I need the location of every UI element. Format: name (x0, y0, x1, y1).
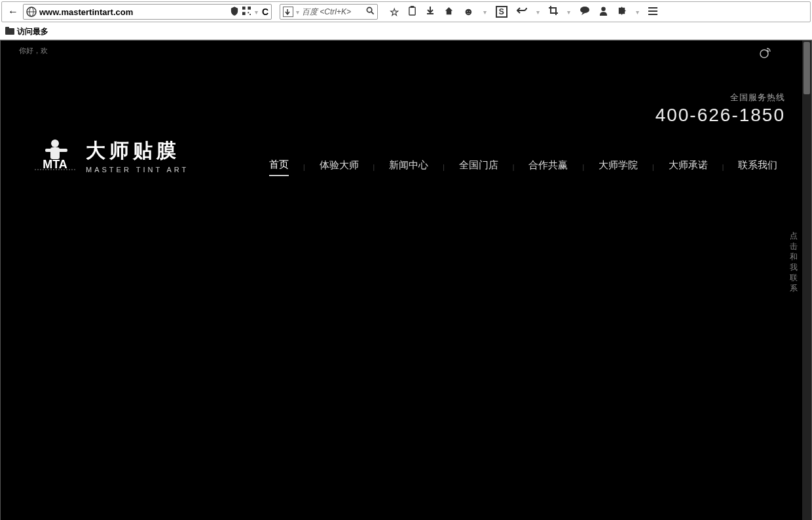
qr-icon[interactable] (242, 7, 251, 17)
svg-rect-18 (5, 27, 9, 29)
nav-separator: | (303, 164, 305, 171)
search-placeholder: 百度 <Ctrl+K> (302, 7, 363, 18)
nav-contact[interactable]: 联系我们 (738, 159, 777, 176)
chat-icon[interactable] (580, 6, 590, 18)
shield-icon[interactable] (231, 7, 238, 18)
svg-line-9 (371, 12, 374, 14)
search-dropdown-icon[interactable]: ▾ (296, 9, 299, 16)
svg-rect-23 (58, 149, 67, 152)
nav-home[interactable]: 首页 (269, 158, 289, 176)
logo-text-block: 大师贴膜 MASTER TINT ART (86, 138, 189, 174)
bookmark-item[interactable]: 访问最多 (17, 26, 48, 37)
logo[interactable]: MTA 大师贴膜 MASTER TINT ART (32, 136, 189, 175)
hotline-block: 全国服务热线 400-626-1850 (655, 92, 785, 126)
nav-cooperation[interactable]: 合作共赢 (528, 159, 568, 176)
svg-rect-10 (409, 7, 415, 14)
toolbar-icons: ☆ ☻ ▾ S ▾ ▾ (390, 6, 657, 18)
svg-rect-5 (242, 12, 246, 15)
nav-academy[interactable]: 大师学院 (599, 159, 638, 176)
nav-promise[interactable]: 大师承诺 (669, 159, 708, 176)
side-contact-tab[interactable]: 点击和我联系 (789, 231, 798, 293)
dropdown-indicator[interactable]: ▾ (536, 9, 540, 16)
search-bar[interactable]: ▾ 百度 <Ctrl+K> (280, 4, 378, 20)
dropdown-indicator[interactable]: ▾ (567, 9, 570, 16)
nav-stores[interactable]: 全国门店 (459, 159, 498, 176)
search-engine-icon[interactable] (283, 7, 293, 17)
dropdown-indicator[interactable]: ▾ (255, 9, 258, 16)
back-button[interactable]: ← (6, 5, 20, 19)
hotline-label: 全国服务热线 (655, 92, 785, 103)
dropdown-indicator[interactable]: ▾ (483, 9, 487, 16)
svg-point-20 (51, 139, 59, 147)
reload-icon[interactable]: C (262, 7, 268, 17)
logo-name-cn: 大师贴膜 (86, 138, 189, 164)
nav-separator: | (652, 164, 654, 171)
page-content: 你好，欢 全国服务热线 400-626-1850 MTA 大师贴膜 MASTER… (0, 40, 812, 520)
hotline-number: 400-626-1850 (655, 105, 785, 126)
svg-rect-22 (45, 149, 52, 152)
nav-separator: | (443, 164, 445, 171)
bookmark-star-icon[interactable]: ☆ (390, 6, 399, 18)
menu-icon[interactable] (648, 6, 657, 18)
svg-rect-4 (248, 7, 251, 10)
bookmarks-bar: 访问最多 (0, 24, 812, 39)
nav-separator: | (373, 164, 375, 171)
bookmark-folder-icon (5, 27, 14, 37)
nav-separator: | (513, 164, 515, 171)
face-icon[interactable]: ☻ (463, 6, 474, 18)
nav-separator: | (722, 164, 724, 171)
nav-experience[interactable]: 体验大师 (320, 159, 359, 176)
user-icon[interactable] (599, 6, 608, 18)
browser-toolbar: ← ▾ C ▾ 百度 <Ctrl+K> (1, 1, 811, 22)
svg-rect-11 (411, 6, 415, 8)
puzzle-icon[interactable] (617, 6, 627, 18)
main-nav: 首页 | 体验大师 | 新闻中心 | 全国门店 | 合作共赢 | 大师学院 | … (269, 158, 785, 176)
url-right-icons: ▾ C (231, 7, 268, 18)
svg-rect-3 (242, 7, 246, 10)
crop-icon[interactable] (549, 6, 558, 18)
scrollbar-thumb[interactable] (803, 42, 810, 94)
svg-point-13 (601, 7, 606, 11)
home-icon[interactable] (444, 6, 454, 18)
undo-icon[interactable] (517, 6, 527, 18)
logo-name-en: MASTER TINT ART (86, 166, 189, 174)
svg-rect-7 (249, 14, 251, 15)
dropdown-indicator[interactable]: ▾ (636, 9, 639, 16)
svg-point-19 (760, 50, 768, 58)
browser-chrome: ← ▾ C ▾ 百度 <Ctrl+K> (0, 1, 812, 40)
url-input[interactable] (39, 7, 228, 17)
svg-point-12 (580, 7, 589, 13)
scrollbar[interactable] (802, 41, 811, 520)
nav-news[interactable]: 新闻中心 (389, 159, 428, 176)
download-icon[interactable] (426, 6, 435, 18)
svg-rect-6 (248, 12, 249, 13)
s-box-icon[interactable]: S (496, 6, 507, 18)
svg-text:MTA: MTA (43, 158, 67, 171)
clipboard-icon[interactable] (408, 6, 416, 18)
globe-icon (26, 7, 37, 17)
nav-separator: | (582, 164, 584, 171)
url-bar[interactable]: ▾ C (23, 4, 272, 20)
svg-point-8 (367, 7, 371, 12)
greeting-text: 你好，欢 (19, 46, 48, 56)
search-icon[interactable] (366, 6, 375, 18)
logo-mark-icon: MTA (32, 136, 78, 175)
weibo-icon[interactable] (759, 46, 772, 62)
